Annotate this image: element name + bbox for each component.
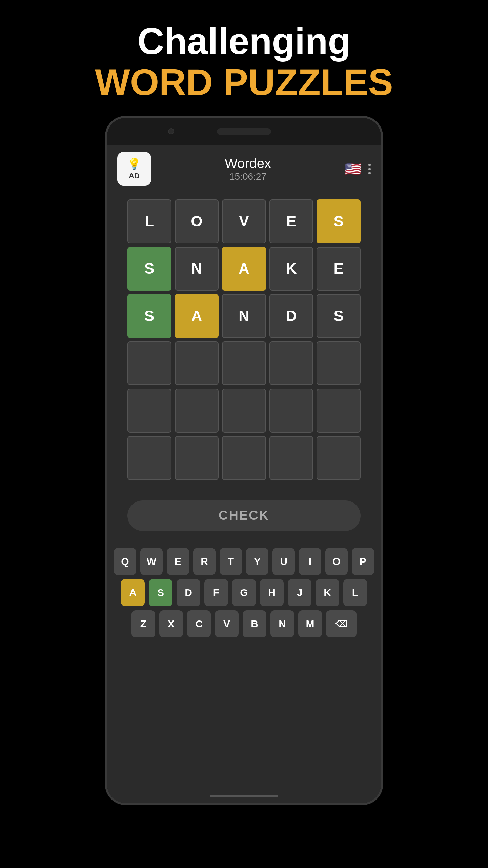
grid-cell-r3-c3 [269,341,313,386]
grid-cell-r5-c4 [317,436,361,480]
grid-cell-r3-c2 [222,341,266,386]
grid-cell-r2-c1: A [175,294,219,338]
phone-screen: 💡 AD Wordex 15:06:27 🇺🇸 LOVESSNAKESANDS [107,145,381,789]
grid-cell-r5-c0 [127,436,171,480]
phone-camera [168,128,174,134]
grid-cell-r5-c2 [222,436,266,480]
key-t[interactable]: T [220,548,242,575]
key-z[interactable]: Z [131,610,155,637]
ad-button[interactable]: 💡 AD [117,152,151,186]
key-s[interactable]: S [149,579,172,606]
key-b[interactable]: B [243,610,266,637]
grid-cell-r0-c3: E [269,199,313,243]
ad-label: AD [129,172,140,180]
key-n[interactable]: N [270,610,294,637]
header-line2: WORD PUZZLES [95,61,393,102]
key-v[interactable]: V [215,610,239,637]
key-u[interactable]: U [272,548,295,575]
grid-cell-r4-c1 [175,389,219,433]
keyboard-row-1: ASDFGHJKL [114,579,374,606]
header-line1: Challenging [95,20,393,61]
grid-cell-r1-c3: K [269,247,313,291]
key-o[interactable]: O [325,548,348,575]
key-k[interactable]: K [316,579,339,606]
keyboard-row-0: QWERTYUIOP [114,548,374,575]
key-c[interactable]: C [187,610,211,637]
menu-dot [368,164,371,166]
key-p[interactable]: P [352,548,374,575]
menu-dot [368,172,371,174]
promo-header: Challenging WORD PUZZLES [95,0,393,116]
grid-cell-r1-c0: S [127,247,171,291]
keyboard-row-2: ZXCVBNM⌫ [114,610,374,637]
app-title: Wordex [225,156,271,171]
app-header: 💡 AD Wordex 15:06:27 🇺🇸 [107,145,381,193]
grid-cell-r2-c4: S [317,294,361,338]
grid-cell-r0-c4: S [317,199,361,243]
key-j[interactable]: J [288,579,311,606]
key-h[interactable]: H [260,579,284,606]
phone-speaker [217,128,271,135]
phone-home-bar [210,795,278,797]
grid-cell-r1-c4: E [317,247,361,291]
key-l[interactable]: L [343,579,367,606]
check-area: CHECK [107,487,381,541]
key-d[interactable]: D [177,579,200,606]
app-timer: 15:06:27 [225,171,271,182]
grid-cell-r4-c4 [317,389,361,433]
key-w[interactable]: W [140,548,163,575]
key-e[interactable]: E [167,548,189,575]
key-m[interactable]: M [298,610,322,637]
grid-cell-r3-c1 [175,341,219,386]
grid-cell-r4-c0 [127,389,171,433]
header-right: 🇺🇸 [345,161,371,177]
flag-icon[interactable]: 🇺🇸 [345,161,362,177]
keyboard: QWERTYUIOPASDFGHJKLZXCVBNM⌫ [107,541,381,655]
grid-cell-r4-c3 [269,389,313,433]
grid-cell-r4-c2 [222,389,266,433]
key-backspace[interactable]: ⌫ [326,610,357,637]
grid-cell-r3-c4 [317,341,361,386]
menu-dot [368,168,371,170]
key-g[interactable]: G [232,579,256,606]
key-a[interactable]: A [121,579,145,606]
phone-bottom [107,789,381,803]
grid-cell-r0-c2: V [222,199,266,243]
key-i[interactable]: I [299,548,321,575]
grid-cell-r3-c0 [127,341,171,386]
key-x[interactable]: X [159,610,183,637]
grid-cell-r0-c1: O [175,199,219,243]
key-y[interactable]: Y [246,548,268,575]
game-grid-container: LOVESSNAKESANDS [107,193,381,487]
phone-top-bar [107,118,381,145]
grid-cell-r2-c3: D [269,294,313,338]
key-q[interactable]: Q [114,548,136,575]
key-f[interactable]: F [204,579,228,606]
phone-frame: 💡 AD Wordex 15:06:27 🇺🇸 LOVESSNAKESANDS [105,116,383,805]
grid-cell-r1-c1: N [175,247,219,291]
check-button[interactable]: CHECK [127,500,361,531]
key-r[interactable]: R [193,548,216,575]
menu-button[interactable] [368,164,371,174]
app-title-area: Wordex 15:06:27 [225,156,271,182]
grid-cell-r2-c0: S [127,294,171,338]
grid-cell-r2-c2: N [222,294,266,338]
game-grid: LOVESSNAKESANDS [127,199,361,480]
grid-cell-r0-c0: L [127,199,171,243]
bulb-icon: 💡 [127,157,141,170]
grid-cell-r5-c3 [269,436,313,480]
grid-cell-r1-c2: A [222,247,266,291]
grid-cell-r5-c1 [175,436,219,480]
